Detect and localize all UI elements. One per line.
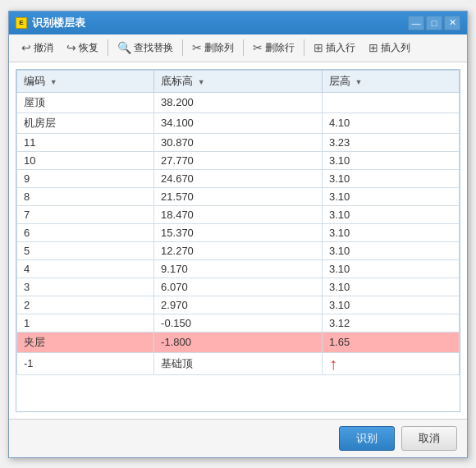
- cell-floor-height: 3.10: [322, 205, 459, 223]
- col-floor-height-label: 层高: [329, 75, 350, 87]
- table-container[interactable]: 编码 ▼ 底标高 ▼ 层高 ▼ 屋顶38.200机房层3: [16, 69, 460, 412]
- col-floor-height-sort-icon: ▼: [355, 78, 363, 86]
- table-row[interactable]: 924.6703.10: [17, 169, 460, 187]
- cell-base-elev: 15.370: [154, 223, 323, 241]
- redo-button[interactable]: ↪ 恢复: [61, 38, 104, 58]
- cell-base-elev: 21.570: [154, 187, 323, 205]
- main-window: E 识别楼层表 — □ ✕ ↩ 撤消 ↪ 恢复 🔍 查找替换 ✂ 删除列: [8, 11, 468, 458]
- separator-4: [304, 39, 304, 56]
- cell-code: 4: [17, 259, 154, 278]
- title-controls: — □ ✕: [408, 16, 460, 30]
- title-bar-left: E 识别楼层表: [16, 16, 85, 30]
- col-base-elev-label: 底标高: [161, 75, 193, 87]
- cell-base-elev: 基础顶: [154, 352, 323, 374]
- col-header-code[interactable]: 编码 ▼: [17, 70, 154, 92]
- cell-code: 机房层: [17, 112, 154, 133]
- cell-code: 1: [17, 314, 154, 332]
- cell-base-elev: 30.870: [154, 133, 323, 151]
- close-button[interactable]: ✕: [444, 16, 460, 30]
- cell-floor-height: 3.10: [322, 241, 459, 259]
- table-row[interactable]: 615.3703.10: [17, 223, 460, 241]
- table-row[interactable]: 1130.8703.23: [17, 133, 460, 151]
- cell-code: 3: [17, 278, 154, 296]
- delete-col-icon: ✂: [192, 41, 202, 54]
- cell-floor-height: 3.23: [322, 133, 459, 151]
- delete-row-icon: ✂: [253, 41, 263, 54]
- table-row[interactable]: 屋顶38.200: [17, 92, 460, 112]
- cell-code: 8: [17, 187, 154, 205]
- cell-floor-height: 3.10: [322, 169, 459, 187]
- separator-3: [243, 39, 244, 56]
- table-row[interactable]: 821.5703.10: [17, 187, 460, 205]
- undo-button[interactable]: ↩ 撤消: [16, 38, 59, 58]
- cell-code: 7: [17, 205, 154, 223]
- window-title: 识别楼层表: [32, 16, 85, 30]
- cancel-button[interactable]: 取消: [401, 426, 457, 451]
- insert-row-button[interactable]: ⊞ 插入行: [308, 38, 361, 58]
- redo-label: 恢复: [79, 41, 98, 55]
- col-header-base-elev[interactable]: 底标高 ▼: [154, 70, 323, 92]
- col-code-sort-icon: ▼: [50, 78, 57, 86]
- table-row[interactable]: 718.4703.10: [17, 205, 460, 223]
- find-replace-icon: 🔍: [117, 41, 131, 54]
- table-row[interactable]: -1基础顶↑: [17, 352, 460, 374]
- window-icon: E: [16, 17, 27, 29]
- find-replace-button[interactable]: 🔍 查找替换: [112, 38, 179, 58]
- table-row[interactable]: 49.1703.10: [17, 259, 460, 278]
- cell-floor-height: 3.10: [322, 278, 459, 296]
- title-bar: E 识别楼层表 — □ ✕: [9, 11, 467, 34]
- table-header-row: 编码 ▼ 底标高 ▼ 层高 ▼: [17, 70, 460, 92]
- cell-base-elev: 18.470: [154, 205, 323, 223]
- minimize-button[interactable]: —: [408, 16, 424, 30]
- cell-base-elev: 9.170: [154, 259, 323, 278]
- cell-code: 11: [17, 133, 154, 151]
- cell-floor-height: 1.65: [322, 332, 459, 352]
- table-row[interactable]: 1-0.1503.12: [17, 314, 460, 332]
- cell-code: 10: [17, 151, 154, 169]
- cell-floor-height: 3.10: [322, 187, 459, 205]
- table-row[interactable]: 机房层34.1004.10: [17, 112, 460, 133]
- find-replace-label: 查找替换: [134, 41, 173, 55]
- cell-floor-height: 4.10: [322, 112, 459, 133]
- delete-row-button[interactable]: ✂ 删除行: [247, 38, 300, 58]
- floor-table: 编码 ▼ 底标高 ▼ 层高 ▼ 屋顶38.200机房层3: [16, 70, 460, 375]
- col-header-floor-height[interactable]: 层高 ▼: [322, 70, 459, 92]
- table-row[interactable]: 512.2703.10: [17, 241, 460, 259]
- cell-code: 夹层: [17, 332, 154, 352]
- cell-floor-height: 3.10: [322, 259, 459, 278]
- cell-floor-height: [322, 92, 459, 112]
- redo-icon: ↪: [66, 41, 76, 54]
- cell-base-elev: 6.070: [154, 278, 323, 296]
- cell-code: 9: [17, 169, 154, 187]
- cell-code: -1: [17, 352, 154, 374]
- cell-code: 屋顶: [17, 92, 154, 112]
- table-row[interactable]: 夹层-1.8001.65: [17, 332, 460, 352]
- insert-col-icon: ⊞: [368, 41, 378, 54]
- insert-col-label: 插入列: [381, 41, 410, 55]
- table-row[interactable]: 22.9703.10: [17, 296, 460, 314]
- confirm-button[interactable]: 识别: [339, 426, 395, 451]
- cell-floor-height: ↑: [322, 352, 459, 374]
- cell-base-elev: -0.150: [154, 314, 323, 332]
- cell-base-elev: 24.670: [154, 169, 323, 187]
- delete-col-button[interactable]: ✂ 删除列: [186, 38, 240, 58]
- table-row[interactable]: 36.0703.10: [17, 278, 460, 296]
- insert-row-label: 插入行: [326, 41, 355, 55]
- cell-base-elev: 2.970: [154, 296, 323, 314]
- table-row[interactable]: 1027.7703.10: [17, 151, 460, 169]
- insert-col-button[interactable]: ⊞ 插入列: [363, 38, 416, 58]
- cell-base-elev: 34.100: [154, 112, 323, 133]
- cell-base-elev: 27.770: [154, 151, 323, 169]
- cell-base-elev: 12.270: [154, 241, 323, 259]
- maximize-button[interactable]: □: [426, 16, 442, 30]
- cell-floor-height: 3.10: [322, 296, 459, 314]
- toolbar: ↩ 撤消 ↪ 恢复 🔍 查找替换 ✂ 删除列 ✂ 删除行 ⊞ 插入行 ⊞ 插入列: [9, 34, 467, 62]
- red-arrow-icon: ↑: [329, 356, 337, 372]
- cell-code: 2: [17, 296, 154, 314]
- separator-2: [182, 39, 183, 56]
- cell-floor-height: 3.10: [322, 151, 459, 169]
- cell-floor-height: 3.12: [322, 314, 459, 332]
- cell-code: 6: [17, 223, 154, 241]
- col-base-elev-sort-icon: ▼: [198, 78, 205, 86]
- col-code-label: 编码: [24, 75, 45, 87]
